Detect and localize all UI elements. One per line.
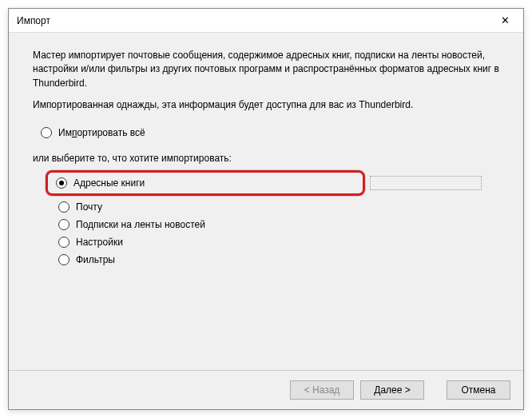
back-button[interactable]: < Назад <box>290 380 354 400</box>
radio-filters[interactable]: Фильтры <box>50 251 499 269</box>
radio-import-all-label: Импортировать всё <box>58 127 145 138</box>
radio-address-books-label: Адресные книги <box>73 177 145 189</box>
description-text-2: Импортированная однажды, эта информация … <box>33 98 499 112</box>
radio-mail[interactable]: Почту <box>50 198 499 216</box>
radio-feeds[interactable]: Подписки на ленты новостей <box>50 216 499 233</box>
radio-icon <box>56 177 67 189</box>
radio-feeds-label: Подписки на ленты новостей <box>76 219 205 230</box>
radio-icon <box>41 127 52 138</box>
titlebar: Импорт ✕ <box>9 9 523 33</box>
sub-options-group: Адресные книги Почту Подписки на ленты н… <box>33 169 499 269</box>
radio-mail-label: Почту <box>76 201 102 213</box>
or-select-label: или выберите то, что хотите импортироват… <box>33 153 499 164</box>
radio-icon <box>58 219 69 230</box>
import-dialog: Импорт ✕ Мастер импортирует почтовые соо… <box>8 8 524 410</box>
radio-filters-label: Фильтры <box>76 254 115 265</box>
radio-settings[interactable]: Настройки <box>50 233 499 251</box>
next-button[interactable]: Далее > <box>360 380 424 400</box>
dotted-field <box>370 176 482 190</box>
content-area: Мастер импортирует почтовые сообщения, с… <box>9 33 523 370</box>
button-bar: < Назад Далее > Отмена <box>9 370 523 409</box>
radio-settings-label: Настройки <box>76 237 123 248</box>
radio-address-books[interactable]: Адресные книги <box>51 174 359 192</box>
highlight-annotation: Адресные книги <box>50 169 482 198</box>
radio-icon <box>58 201 69 213</box>
radio-icon <box>58 254 69 265</box>
radio-import-all[interactable]: Импортировать всё <box>33 124 499 141</box>
close-button[interactable]: ✕ <box>487 9 523 32</box>
radio-icon <box>58 237 69 248</box>
cancel-button[interactable]: Отмена <box>447 380 510 400</box>
window-title: Импорт <box>17 15 487 26</box>
description-text-1: Мастер импортирует почтовые сообщения, с… <box>33 49 499 90</box>
